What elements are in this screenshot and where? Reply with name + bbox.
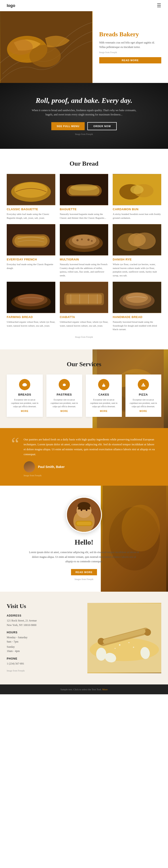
svg-point-67	[81, 509, 82, 511]
hero-content: Breads Bakery Nibh venenatis cras sed fe…	[93, 11, 168, 83]
footer-link[interactable]: More	[102, 688, 108, 691]
svg-point-12	[71, 184, 97, 191]
pastries-icon	[59, 379, 70, 390]
svg-rect-70	[77, 522, 92, 525]
fullmenu-description: When it comes to bread and sandwiches, f…	[30, 108, 138, 117]
service-more-pastries[interactable]: MORE	[49, 410, 79, 412]
svg-point-81	[129, 642, 130, 643]
service-card-cakes: Cakes Excepteur sint occaecat cupidatat …	[86, 374, 122, 417]
order-now-button[interactable]: ORDER NOW	[87, 122, 117, 130]
bread-name-1: Classic Baguette	[7, 208, 55, 211]
hero-image	[0, 11, 93, 83]
service-name-pastries: Pastries	[49, 393, 79, 396]
visit-address-block: ADDRESS 121 Rock Street, 21 AvenueNew Yo…	[7, 614, 81, 627]
bread-image-9	[113, 282, 161, 313]
bread-card-7: Farming Bread Unbleached organic wheat f…	[7, 282, 55, 331]
our-bread-title: Our Bread	[7, 160, 161, 167]
svg-point-46	[126, 293, 148, 303]
hours-label: HOURS	[7, 631, 81, 634]
svg-point-59	[143, 384, 144, 385]
bread-image-8	[60, 282, 108, 313]
bread-image-7	[7, 282, 55, 313]
bread-name-4: Everyday French	[7, 258, 55, 261]
hello-section: Hello! Lorem ipsum dolor sit amet, conse…	[0, 486, 168, 592]
svg-point-77	[96, 648, 106, 661]
cakes-icon	[98, 379, 109, 390]
author-avatar	[24, 461, 35, 472]
service-desc-pizza: Excepteur sint occaecat cupidatat non pr…	[129, 398, 158, 408]
service-desc-cakes: Excepteur sint occaecat cupidatat non pr…	[89, 398, 119, 408]
hello-read-more-button[interactable]: READ MORE	[71, 569, 97, 575]
bread-name-7: Farming Bread	[7, 315, 55, 319]
fullmenu-title: Roll, proof, and bake. Every day.	[7, 96, 161, 105]
footer-text: Sample text. Click to select the Text To…	[7, 688, 161, 691]
quote-text: Our pastries are baked fresh on a daily …	[24, 437, 157, 457]
svg-point-31	[128, 233, 146, 247]
services-title: Our Services	[7, 361, 161, 368]
navbar: logo ☰	[0, 0, 168, 11]
address-text: 121 Rock Street, 21 AvenueNew York, NY 1…	[7, 619, 81, 627]
svg-point-82	[133, 647, 134, 648]
quote-mark: “	[11, 435, 19, 453]
bread-desc-3: A sticky braided Swedish sweet bun with …	[113, 212, 161, 220]
svg-rect-19	[14, 236, 47, 246]
svg-point-27	[91, 240, 93, 242]
bread-image-3	[113, 174, 161, 205]
hero-description: Nibh venenatis cras sed felis eget aliqu…	[99, 40, 162, 49]
fullmenu-section: Roll, proof, and bake. Every day. When i…	[0, 83, 168, 149]
read-more-button[interactable]: READ MORE	[99, 57, 162, 63]
hero-title: Breads Bakery	[99, 31, 162, 38]
bread-image-2	[60, 174, 108, 205]
hero-image-credit: Image from Freepik	[99, 51, 162, 54]
bread-desc-6: Whole rye flour, cracked rye berries, wa…	[113, 262, 161, 277]
svg-point-16	[130, 185, 143, 194]
fullmenu-buttons: SEE FULL MENU ORDER NOW	[7, 122, 161, 130]
hello-credit: Images from Freepik	[7, 578, 161, 581]
bread-name-9: Handmade Bread	[113, 315, 161, 319]
visit-image	[87, 603, 161, 673]
bread-card-3: Cardamon Bun A sticky braided Swedish sw…	[113, 174, 161, 220]
service-more-cakes[interactable]: MORE	[89, 410, 119, 412]
bread-desc-8: Unbleached organic wheat flour, whole ry…	[60, 320, 108, 328]
svg-point-52	[23, 383, 27, 385]
service-name-pizza: Pizza	[129, 393, 158, 396]
phone-label: PHONE	[7, 657, 81, 660]
menu-toggle[interactable]: ☰	[157, 3, 161, 8]
hours-sunday: Sunday 10am - 4pm	[7, 645, 81, 653]
svg-point-23	[72, 235, 96, 246]
phone-text: 1 (234) 567-891	[7, 661, 81, 666]
bread-card-9: Handmade Bread Naturally leavened bread …	[113, 282, 161, 331]
bread-image-5	[60, 224, 108, 255]
visit-credit: Image from Freepik	[7, 670, 81, 672]
bread-name-6: Danish Rye	[113, 258, 161, 261]
bread-name-2: Baguette	[60, 208, 108, 211]
service-desc-pastries: Excepteur sint occaecat cupidatat non pr…	[49, 398, 79, 408]
breads-icon	[19, 379, 30, 390]
service-desc-breads: Excepteur sint occaecat cupidatat non pr…	[10, 398, 40, 408]
service-more-pizza[interactable]: MORE	[129, 410, 158, 412]
our-bread-section: Our Bread Classic Baguette Everyday tabl…	[0, 149, 168, 349]
quote-author: Paul Smith, Baker	[24, 461, 157, 472]
quote-content: Our pastries are baked fresh on a daily …	[24, 437, 157, 477]
bread-image-4	[7, 224, 55, 255]
bread-desc-9: Naturally leavened bread made using the …	[113, 320, 161, 331]
logo: logo	[7, 3, 15, 8]
hero-section: Breads Bakery Nibh venenatis cras sed fe…	[0, 11, 168, 83]
baker-photo	[66, 497, 102, 533]
see-full-menu-button[interactable]: SEE FULL MENU	[51, 122, 85, 130]
visit-info: Visit Us ADDRESS 121 Rock Street, 21 Ave…	[7, 603, 81, 673]
svg-point-80	[119, 644, 120, 646]
author-name: Paul Smith, Baker	[38, 465, 65, 469]
service-name-breads: Breads	[10, 393, 40, 396]
bread-desc-4: Everyday loaf made using the Classic Bag…	[7, 262, 55, 270]
bread-image-6	[113, 224, 161, 255]
svg-point-35	[18, 294, 44, 304]
bread-desc-1: Everyday table loaf made using the Class…	[7, 212, 55, 220]
address-label: ADDRESS	[7, 614, 81, 617]
bread-desc-5: Naturally leavened bread made using the …	[60, 262, 108, 277]
service-more-breads[interactable]: MORE	[10, 410, 40, 412]
bread-desc-2: Naturally leavened baguette made using t…	[60, 212, 108, 220]
bread-card-2: Baguette Naturally leavened baguette mad…	[60, 174, 108, 220]
bread-name-3: Cardamon Bun	[113, 208, 161, 211]
service-card-breads: Breads Excepteur sint occaecat cupidatat…	[7, 374, 43, 417]
